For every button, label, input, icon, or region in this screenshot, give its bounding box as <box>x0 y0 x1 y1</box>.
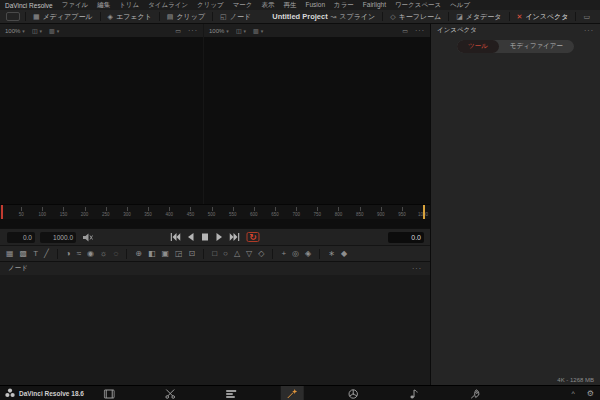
background-tool-icon[interactable]: ▦ <box>6 250 14 258</box>
render-range-end-marker[interactable] <box>423 205 425 220</box>
tab-modifiers[interactable]: モディファイアー <box>499 40 574 53</box>
cut-page-button[interactable] <box>159 386 182 400</box>
range-end-field[interactable]: 1000.0 <box>40 232 76 243</box>
ellipse-mask-tool-icon[interactable]: ○ <box>223 250 228 258</box>
bspline-mask-tool-icon[interactable]: ▽ <box>246 250 252 258</box>
play-forward-button[interactable] <box>216 233 223 241</box>
fast-noise-tool-icon[interactable]: ▩ <box>20 250 28 258</box>
go-to-first-frame-button[interactable] <box>171 233 181 241</box>
audio-mute-button[interactable] <box>83 233 94 242</box>
left-viewer-options-button[interactable]: ··· <box>188 27 198 34</box>
text-plus-tool-icon[interactable]: T <box>33 250 38 258</box>
menu-item[interactable]: トリム <box>119 1 139 10</box>
channel-icon: ◫ <box>236 27 242 34</box>
menu-item[interactable]: 編集 <box>97 1 110 10</box>
media-page-button[interactable] <box>98 386 121 400</box>
camera-tracker-tool-icon[interactable]: ◈ <box>305 250 311 258</box>
left-viewer-zoom-value: 100% <box>5 28 20 34</box>
fairlight-page-button[interactable] <box>403 386 426 400</box>
inspector-button[interactable]: ✕ インスペクタ <box>510 10 576 23</box>
go-to-last-frame-button[interactable] <box>230 233 240 241</box>
right-viewer-split-select[interactable]: ▥ ▾ <box>253 27 263 34</box>
menu-item[interactable]: 表示 <box>262 1 275 10</box>
nodes-options-button[interactable]: ··· <box>412 265 422 272</box>
metadata-button[interactable]: ◪ メタデータ <box>449 10 508 23</box>
menu-item[interactable]: Fusion <box>306 1 326 10</box>
rectangle-mask-tool-icon[interactable]: □ <box>212 250 217 258</box>
effects-label: エフェクト <box>116 12 152 22</box>
paint-tool-icon[interactable]: ╱ <box>44 250 49 258</box>
panel-toggle-icon[interactable] <box>6 12 20 21</box>
loop-button[interactable]: ↻ <box>247 232 260 242</box>
effects-button[interactable]: ◈ エフェクト <box>101 10 159 23</box>
tracker-tool-icon[interactable]: + <box>281 250 286 258</box>
left-viewer-frame-icon[interactable]: ▭ <box>175 27 181 34</box>
merge-3d-tool-icon[interactable]: ◆ <box>341 250 347 258</box>
magic-mask-tool-icon[interactable]: ◇ <box>258 250 264 258</box>
polygon-mask-tool-icon[interactable]: △ <box>234 250 240 258</box>
fusion-page-button[interactable] <box>281 386 304 400</box>
metadata-icon: ◪ <box>456 13 463 21</box>
play-reverse-button[interactable] <box>188 233 195 241</box>
time-ruler[interactable]: 5010015020025030035040045050055060065070… <box>0 204 430 219</box>
spline-button[interactable]: ↝ スプライン <box>323 10 382 23</box>
left-viewer-channel-select[interactable]: ◫ ▾ <box>32 27 42 34</box>
stop-button[interactable] <box>202 233 209 241</box>
effects-icon: ◈ <box>108 13 113 21</box>
expand-icon[interactable]: ^ <box>572 390 575 397</box>
edit-page-button[interactable] <box>220 386 243 400</box>
resize-tool-icon[interactable]: ◲ <box>175 250 183 258</box>
nodes-button[interactable]: ◱ ノード <box>213 10 258 23</box>
spline-label: スプライン <box>339 12 375 22</box>
menu-item[interactable]: ワークスペース <box>395 1 441 10</box>
left-viewer-canvas[interactable] <box>0 37 203 204</box>
clips-button[interactable]: ▤ クリップ <box>160 10 212 23</box>
menu-item[interactable]: カラー <box>334 1 354 10</box>
right-viewer-zoom-value: 100% <box>209 28 224 34</box>
cut-page-icon <box>165 389 176 399</box>
merge-tool-icon[interactable]: ⊕ <box>135 250 142 258</box>
project-title[interactable]: Untitled Project <box>272 10 327 24</box>
right-viewer-options-button[interactable]: ··· <box>415 27 425 34</box>
particles-tool-icon[interactable]: ∗ <box>328 250 335 258</box>
blur-tool-icon[interactable]: ◌ <box>113 250 118 258</box>
crop-tool-icon[interactable]: ⊡ <box>189 250 196 258</box>
range-start-field[interactable]: 0.0 <box>7 232 35 243</box>
transform-tool-icon[interactable]: ▣ <box>161 250 169 258</box>
brightness-contrast-tool-icon[interactable]: ☼ <box>100 250 107 258</box>
deliver-page-button[interactable] <box>464 386 487 400</box>
right-viewer-frame-icon[interactable]: ▭ <box>402 27 408 34</box>
right-viewer-canvas[interactable] <box>204 37 430 204</box>
nodes-label: ノード <box>230 12 251 22</box>
right-viewer-channel-select[interactable]: ◫ ▾ <box>236 27 246 34</box>
tab-tools[interactable]: ツール <box>457 40 499 53</box>
right-viewer-zoom-select[interactable]: 100% ▾ <box>209 28 229 34</box>
app-menu[interactable]: DaVinci Resolve <box>5 2 53 9</box>
menu-item[interactable]: 再生 <box>284 1 297 10</box>
media-pool-button[interactable]: ▦ メディアプール <box>26 10 100 23</box>
left-viewer-zoom-select[interactable]: 100% ▾ <box>5 28 25 34</box>
keyframe-button[interactable]: ◇ キーフレーム <box>383 10 448 23</box>
menu-item[interactable]: ヘルプ <box>450 1 470 10</box>
menu-item[interactable]: Fairlight <box>363 1 386 10</box>
nodes-panel-title: ノード <box>8 264 28 273</box>
color-corrector-tool-icon[interactable]: ◑ <box>66 250 71 258</box>
menu-item[interactable]: クリップ <box>197 1 224 10</box>
color-page-button[interactable] <box>342 386 365 400</box>
menu-item[interactable]: タイムライン <box>148 1 188 10</box>
clean-feed-button[interactable]: ▭ <box>576 10 597 23</box>
current-frame-field[interactable]: 0.0 <box>388 232 424 243</box>
color-curves-tool-icon[interactable]: ≈ <box>77 250 81 258</box>
project-settings-gear-icon[interactable]: ⚙ <box>587 389 594 398</box>
menu-item[interactable]: ファイル <box>62 1 89 10</box>
split-view-icon: ▥ <box>49 27 55 34</box>
playhead[interactable] <box>1 205 3 220</box>
dissolve-tool-icon[interactable]: ◧ <box>148 250 156 258</box>
menu-item[interactable]: マーク <box>233 1 253 10</box>
node-graph-canvas[interactable] <box>0 275 430 385</box>
planar-tracker-tool-icon[interactable]: ◎ <box>292 250 299 258</box>
metadata-label: メタデータ <box>466 12 502 22</box>
hue-curves-tool-icon[interactable]: ◉ <box>87 250 94 258</box>
left-viewer-split-select[interactable]: ▥ ▾ <box>49 27 59 34</box>
inspector-options-button[interactable]: ··· <box>584 27 594 34</box>
